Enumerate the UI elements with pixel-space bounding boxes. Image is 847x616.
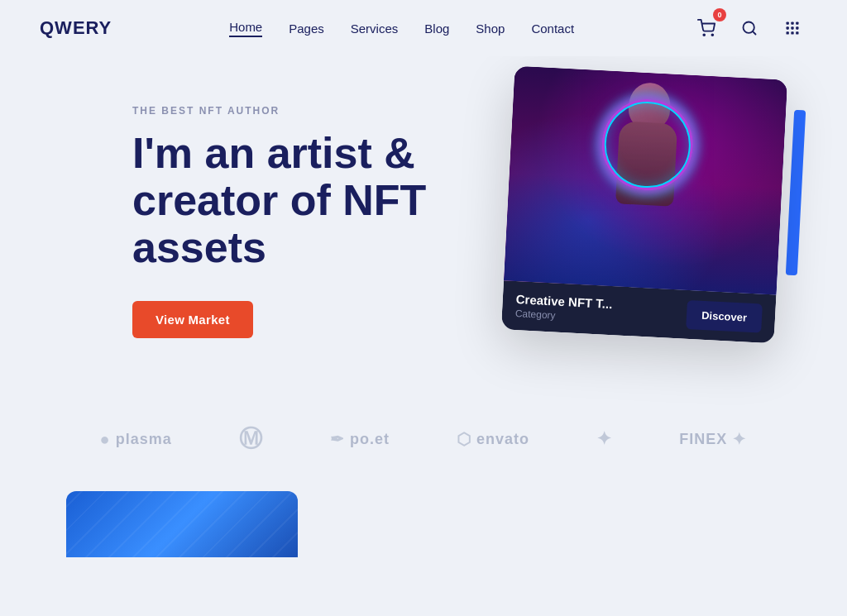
svg-rect-4 [791, 22, 793, 25]
svg-rect-3 [786, 22, 788, 25]
plasma-label: plasma [116, 431, 172, 448]
nav-contact[interactable]: Contact [531, 21, 574, 36]
hero-card: Creative NFT T... Category Discover [501, 66, 787, 344]
logos-section: ● plasma Ⓜ ✒ po.et ⬡ envato ✦ FINEX ✦ [0, 404, 847, 475]
header: QWERY Home Pages Services Blog Shop Cont… [0, 0, 847, 56]
svg-rect-11 [796, 31, 798, 34]
finex-icon: ✦ [732, 429, 747, 449]
discover-button[interactable]: Discover [686, 300, 763, 333]
logo-poet: ✒ po.et [330, 429, 390, 449]
nav-blog[interactable]: Blog [424, 21, 449, 36]
hero-section: THE BEST NFT AUTHOR I'm an artist &creat… [0, 56, 847, 404]
logo-coinmarketcap: Ⓜ [239, 423, 263, 455]
nav-home[interactable]: Home [229, 20, 262, 37]
view-market-button[interactable]: View Market [132, 301, 253, 338]
finex-label: FINEX [679, 431, 727, 448]
svg-rect-5 [796, 22, 798, 25]
main-nav: Home Pages Services Blog Shop Contact [229, 20, 574, 37]
logo-finex: FINEX ✦ [679, 429, 747, 449]
envato-icon: ⬡ [457, 429, 471, 449]
nav-services[interactable]: Services [351, 21, 399, 36]
logo-envato: ⬡ envato [457, 429, 529, 449]
nav-pages[interactable]: Pages [289, 21, 324, 36]
poet-icon: ✒ [330, 429, 345, 449]
nav-shop[interactable]: Shop [476, 21, 505, 36]
logo-plasma: ● plasma [100, 430, 172, 449]
logo: QWERY [40, 17, 112, 39]
hero-card-image [504, 66, 787, 295]
svg-rect-10 [791, 31, 793, 34]
poet-label: po.et [350, 431, 390, 448]
logo-iota: ✦ [596, 428, 612, 450]
svg-rect-6 [786, 26, 788, 29]
iota-icon: ✦ [596, 428, 612, 450]
header-icons: 0 [691, 13, 807, 43]
search-button[interactable] [735, 13, 764, 43]
coinmarketcap-icon: Ⓜ [239, 423, 263, 455]
svg-point-0 [703, 34, 705, 36]
plasma-icon: ● [100, 430, 111, 449]
svg-point-1 [711, 34, 713, 36]
svg-rect-8 [796, 26, 798, 29]
bottom-preview-image [66, 491, 298, 557]
svg-rect-9 [786, 31, 788, 34]
cart-button[interactable]: 0 [691, 13, 721, 43]
card-info: Creative NFT T... Category [515, 292, 613, 324]
bottom-preview-wrap [0, 475, 847, 557]
svg-rect-7 [791, 26, 793, 29]
envato-label: envato [476, 431, 529, 448]
cart-badge: 0 [713, 8, 726, 21]
hero-card-area: Creative NFT T... Category Discover [508, 73, 781, 337]
grid-menu-button[interactable] [778, 13, 807, 43]
bottom-preview-texture [66, 491, 298, 557]
